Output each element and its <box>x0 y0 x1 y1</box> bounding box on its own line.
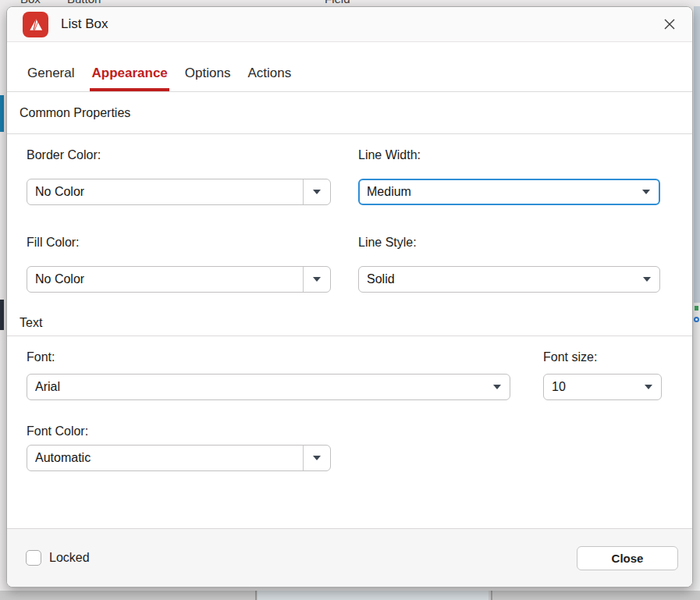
field-fill-color: Fill Color: No Color <box>27 236 331 293</box>
font-color-dropdown[interactable]: Automatic <box>27 445 331 471</box>
field-font: Font: Arial <box>27 350 510 400</box>
chevron-down-icon <box>493 385 501 389</box>
background-label-box: Box <box>20 0 41 5</box>
locked-checkbox[interactable] <box>26 550 41 566</box>
background-document-patch <box>258 591 489 600</box>
fill-color-label: Fill Color: <box>27 236 331 250</box>
border-color-dropdown-button[interactable] <box>303 179 330 204</box>
text-section-content: Font: Arial Font size: 10 Font Color: Au… <box>7 336 692 471</box>
chevron-down-icon <box>313 190 321 194</box>
common-properties-content: Border Color: No Color Line Width: Mediu… <box>7 134 692 293</box>
font-size-dropdown-button[interactable] <box>636 375 661 399</box>
field-border-color: Border Color: No Color <box>27 148 331 205</box>
dialog-title: List Box <box>61 16 108 32</box>
chevron-down-icon <box>642 190 650 194</box>
locked-label: Locked <box>49 551 90 565</box>
font-size-label: Font size: <box>543 350 662 364</box>
field-line-width: Line Width: Medium <box>358 148 660 205</box>
border-color-label: Border Color: <box>27 148 331 162</box>
font-dropdown-button[interactable] <box>485 375 510 399</box>
border-color-dropdown[interactable]: No Color <box>27 179 331 205</box>
font-label: Font: <box>27 350 510 364</box>
close-icon[interactable] <box>661 16 678 33</box>
field-line-style: Line Style: Solid <box>358 236 660 293</box>
line-width-dropdown-button[interactable] <box>634 180 659 204</box>
dialog-titlebar: List Box <box>7 7 692 42</box>
background-divider-line <box>491 591 492 600</box>
dialog-tabbar: General Appearance Options Actions <box>7 42 692 92</box>
tab-appearance[interactable]: Appearance <box>90 66 169 91</box>
dialog-footer: Locked Close <box>7 528 692 587</box>
background-right-edge <box>694 6 700 591</box>
background-label-field: Field <box>325 0 350 5</box>
background-green-mark <box>695 306 698 311</box>
line-style-dropdown[interactable]: Solid <box>358 266 660 293</box>
fill-color-dropdown[interactable]: No Color <box>27 266 331 293</box>
section-heading-text: Text <box>7 316 692 336</box>
tab-actions[interactable]: Actions <box>246 66 293 91</box>
acrobat-app-icon <box>23 12 48 37</box>
background-document-strip <box>0 591 700 600</box>
acrobat-logo-glyph <box>27 16 44 34</box>
line-style-dropdown-button[interactable] <box>634 267 659 292</box>
font-dropdown[interactable]: Arial <box>27 374 510 400</box>
chevron-down-icon <box>313 277 321 282</box>
section-heading-common-properties: Common Properties <box>7 92 692 134</box>
chevron-down-icon <box>645 385 652 389</box>
line-style-label: Line Style: <box>358 236 660 250</box>
field-font-color: Font Color: Automatic <box>27 424 331 471</box>
tab-options[interactable]: Options <box>183 66 233 91</box>
tab-general[interactable]: General <box>26 66 76 91</box>
line-width-label: Line Width: <box>358 148 660 162</box>
background-blue-mark <box>694 317 699 322</box>
background-divider-line <box>255 591 257 600</box>
list-box-properties-dialog: List Box General Appearance Options Acti… <box>6 6 693 588</box>
background-left-panel-dark <box>0 300 4 330</box>
field-font-size: Font size: 10 <box>543 350 662 400</box>
font-color-dropdown-button[interactable] <box>303 446 330 470</box>
background-left-panel-accent <box>0 95 4 132</box>
chevron-down-icon <box>313 456 321 460</box>
close-button[interactable]: Close <box>577 546 678 570</box>
background-right-edge-blue <box>694 6 700 303</box>
font-color-label: Font Color: <box>27 424 331 438</box>
font-size-dropdown[interactable]: 10 <box>543 374 662 400</box>
chevron-down-icon <box>643 277 651 282</box>
line-width-dropdown[interactable]: Medium <box>358 179 660 205</box>
background-label-button: Button <box>67 0 101 5</box>
fill-color-dropdown-button[interactable] <box>303 267 330 292</box>
